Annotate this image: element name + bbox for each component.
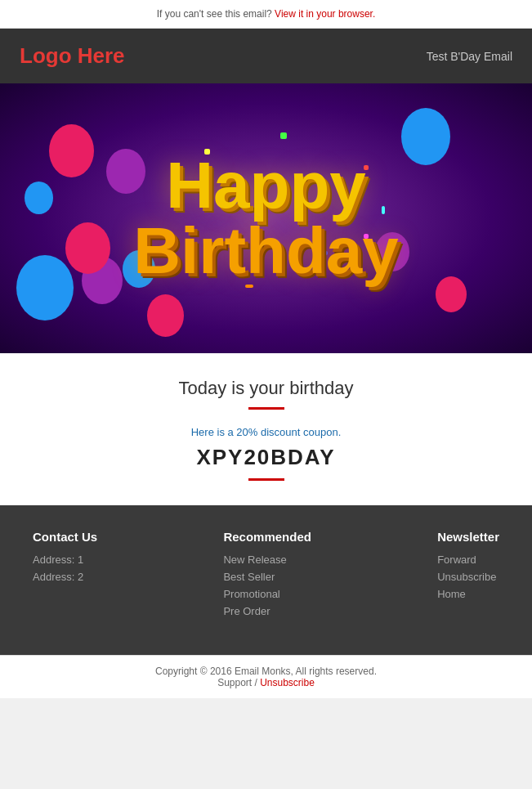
balloon-11 xyxy=(65,222,110,274)
main-content: Today is your birthday Here is a 20% dis… xyxy=(0,353,532,505)
footer-col-recommended-title: Recommended xyxy=(223,530,311,544)
footer-col-newsletter-list: Forward Unsubscribe Home xyxy=(437,554,499,600)
footer-col-recommended-list: New Release Best Seller Promotional Pre … xyxy=(223,554,311,617)
copyright-support: Support / Unsubscribe xyxy=(10,677,522,688)
footer-col-newsletter: Newsletter Forward Unsubscribe Home xyxy=(437,530,499,622)
logo-colored: Logo xyxy=(20,43,72,68)
list-item: Unsubscribe xyxy=(437,571,499,583)
contact-address1-link[interactable]: Address: 1 xyxy=(33,554,83,566)
copyright-bar: Copyright © 2016 Email Monks, All rights… xyxy=(0,655,532,698)
footer-col-newsletter-title: Newsletter xyxy=(437,530,499,544)
balloon-5 xyxy=(147,294,184,337)
list-item: Promotional xyxy=(223,588,311,600)
footer-col-contact: Contact Us Address: 1 Address: 2 xyxy=(33,530,97,622)
logo: Logo Here xyxy=(20,43,125,69)
view-in-browser-link[interactable]: View it in your browser. xyxy=(275,8,375,20)
support-label: Support / xyxy=(217,677,257,688)
happy-text: Happy xyxy=(133,153,399,218)
discount-text: Here is a 20% discount coupon. xyxy=(33,426,499,438)
birthday-text: Birthday xyxy=(133,218,399,284)
footer-col-contact-list: Address: 1 Address: 2 xyxy=(33,554,97,583)
header: Logo Here Test B'Day Email xyxy=(0,29,532,83)
balloon-2 xyxy=(49,124,94,177)
newsletter-home-link[interactable]: Home xyxy=(437,588,466,600)
confetti-2 xyxy=(280,132,287,139)
list-item: Home xyxy=(437,588,499,600)
list-item: New Release xyxy=(223,554,311,566)
unsubscribe-link[interactable]: Unsubscribe xyxy=(260,677,315,688)
birthday-heading: Today is your birthday xyxy=(33,378,499,399)
copyright-text: Copyright © 2016 Email Monks, All rights… xyxy=(10,666,522,677)
top-bar-text: If you can't see this email? xyxy=(157,8,272,20)
footer: Contact Us Address: 1 Address: 2 Recomme… xyxy=(0,505,532,655)
divider-2 xyxy=(248,478,284,481)
footer-col-contact-title: Contact Us xyxy=(33,530,97,544)
recommended-new-release-link[interactable]: New Release xyxy=(223,554,286,566)
logo-rest: Here xyxy=(72,43,125,68)
contact-address2-link[interactable]: Address: 2 xyxy=(33,571,83,583)
balloon-10 xyxy=(25,182,53,214)
balloon-3 xyxy=(16,255,74,321)
top-bar: If you can't see this email? View it in … xyxy=(0,0,532,29)
coupon-code: XPY20BDAY xyxy=(33,445,499,470)
hero-banner: Happy Birthday xyxy=(0,83,532,353)
divider-1 xyxy=(248,407,284,410)
list-item: Address: 1 xyxy=(33,554,97,566)
balloon-8 xyxy=(436,276,467,312)
newsletter-unsubscribe-link[interactable]: Unsubscribe xyxy=(437,571,496,583)
footer-col-recommended: Recommended New Release Best Seller Prom… xyxy=(223,530,311,622)
list-item: Forward xyxy=(437,554,499,566)
footer-columns: Contact Us Address: 1 Address: 2 Recomme… xyxy=(33,530,499,622)
balloon-1 xyxy=(401,108,450,165)
newsletter-forward-link[interactable]: Forward xyxy=(437,554,476,566)
header-nav-link[interactable]: Test B'Day Email xyxy=(427,50,512,63)
list-item: Address: 2 xyxy=(33,571,97,583)
recommended-best-seller-link[interactable]: Best Seller xyxy=(223,571,275,583)
recommended-promotional-link[interactable]: Promotional xyxy=(223,588,279,600)
happy-birthday-text: Happy Birthday xyxy=(133,153,399,284)
list-item: Pre Order xyxy=(223,605,311,617)
list-item: Best Seller xyxy=(223,571,311,583)
recommended-pre-order-link[interactable]: Pre Order xyxy=(223,605,270,617)
